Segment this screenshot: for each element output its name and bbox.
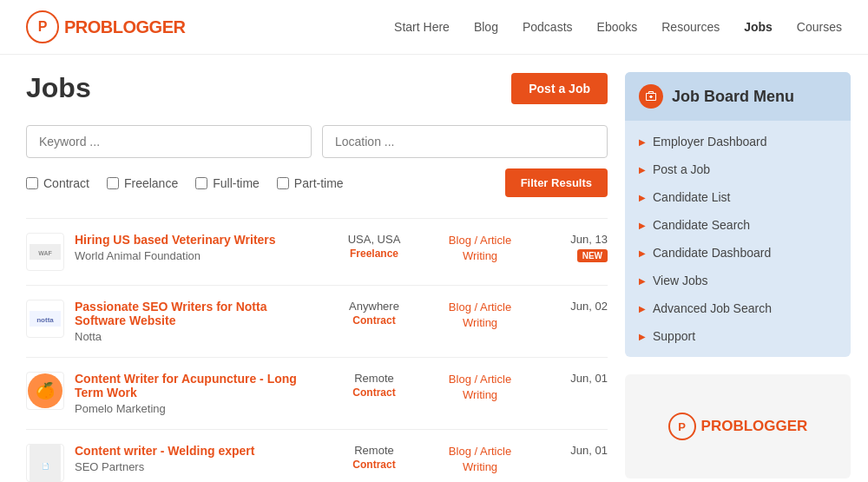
post-job-button[interactable]: Post a Job <box>511 73 608 104</box>
job-category: Blog / Article Writing <box>432 372 528 403</box>
arrow-icon: ▶ <box>639 137 646 147</box>
waf-logo-icon: WAF <box>30 244 61 260</box>
menu-item-label: Candidate List <box>653 190 731 204</box>
keyword-input[interactable] <box>26 125 312 158</box>
nav-start-here[interactable]: Start Here <box>394 20 450 34</box>
job-date: Jun, 01 <box>538 444 608 457</box>
job-type: Contract <box>352 314 395 327</box>
job-date-text: Jun, 01 <box>538 444 608 457</box>
job-title-link[interactable]: Hiring US based Veterinary Writers <box>75 233 316 247</box>
arrow-icon: ▶ <box>639 276 646 286</box>
filter-fulltime-label: Full-time <box>213 176 260 190</box>
page-title: Jobs <box>26 72 91 104</box>
job-company: World Animal Foundation <box>75 249 201 262</box>
job-location-text: Remote <box>326 444 422 457</box>
job-title-link[interactable]: Content writer - Welding expert <box>75 444 316 458</box>
menu-item-post-job[interactable]: ▶ Post a Job <box>625 155 851 183</box>
job-location: Remote Contract <box>326 444 422 471</box>
job-info: Content Writer for Acupuncture - Long Te… <box>75 372 316 415</box>
fulltime-checkbox[interactable] <box>195 177 207 189</box>
nav-jobs[interactable]: Jobs <box>744 20 773 34</box>
company-logo: 🍊 <box>26 372 64 410</box>
filter-row: Contract Freelance Full-time Part-time F… <box>26 168 608 197</box>
table-row: WAF Hiring US based Veterinary Writers W… <box>26 219 608 286</box>
job-board-menu: Job Board Menu ▶ Employer Dashboard ▶ Po… <box>625 72 851 357</box>
job-type: Freelance <box>350 248 398 260</box>
menu-item-support[interactable]: ▶ Support <box>625 322 851 350</box>
main-nav: Start Here Blog Podcasts Ebooks Resource… <box>394 20 842 34</box>
job-category-link[interactable]: Blog / Article Writing <box>432 444 528 475</box>
filter-freelance[interactable]: Freelance <box>107 176 178 190</box>
menu-item-label: Candidate Search <box>653 218 750 232</box>
seo-logo-icon: 📄 <box>30 444 61 482</box>
menu-item-label: Support <box>653 329 695 343</box>
table-row: 🍊 Content Writer for Acupuncture - Long … <box>26 358 608 430</box>
job-date-text: Jun, 02 <box>538 300 608 313</box>
menu-item-label: Employer Dashboard <box>653 135 767 149</box>
nav-ebooks[interactable]: Ebooks <box>597 20 638 34</box>
job-date: Jun, 02 <box>538 300 608 313</box>
filter-fulltime[interactable]: Full-time <box>195 176 260 190</box>
job-title-link[interactable]: Passionate SEO Writers for Notta Softwar… <box>75 300 316 327</box>
job-company: SEO Partners <box>75 460 144 473</box>
job-category-link[interactable]: Blog / Article Writing <box>432 372 528 403</box>
nav-podcasts[interactable]: Podcasts <box>523 20 573 34</box>
promo-text: PROBLOGGER <box>701 418 808 435</box>
job-date-text: Jun, 01 <box>538 372 608 385</box>
job-location-text: USA, USA <box>326 233 422 246</box>
filter-parttime[interactable]: Part-time <box>277 176 344 190</box>
nav-courses[interactable]: Courses <box>797 20 842 34</box>
job-type: Contract <box>352 459 395 471</box>
jobs-list: WAF Hiring US based Veterinary Writers W… <box>26 218 608 482</box>
job-location: Remote Contract <box>326 372 422 399</box>
job-date: Jun, 01 <box>538 372 608 385</box>
job-location-text: Anywhere <box>326 300 422 313</box>
filter-button[interactable]: Filter Results <box>505 168 608 197</box>
company-logo: 📄 <box>26 444 64 482</box>
promo-logo: P PROBLOGGER <box>668 413 808 440</box>
menu-item-view-jobs[interactable]: ▶ View Jobs <box>625 267 851 294</box>
job-company: Notta <box>75 330 102 343</box>
menu-item-advanced-search[interactable]: ▶ Advanced Job Search <box>625 294 851 322</box>
menu-item-candidate-dashboard[interactable]: ▶ Candidate Dashboard <box>625 239 851 267</box>
job-category: Blog / Article Writing <box>432 444 528 475</box>
menu-item-candidate-list[interactable]: ▶ Candidate List <box>625 183 851 211</box>
filter-freelance-label: Freelance <box>124 176 178 190</box>
job-date: Jun, 13 NEW <box>538 233 608 262</box>
parttime-checkbox[interactable] <box>277 177 289 189</box>
arrow-icon: ▶ <box>639 165 646 175</box>
menu-item-candidate-search[interactable]: ▶ Candidate Search <box>625 211 851 239</box>
job-category-link[interactable]: Blog / Article Writing <box>432 300 528 331</box>
logo[interactable]: P PROBLOGGER <box>26 10 185 43</box>
job-title-link[interactable]: Content Writer for Acupuncture - Long Te… <box>75 372 316 399</box>
menu-item-label: View Jobs <box>653 274 708 287</box>
company-logo: WAF <box>26 233 64 271</box>
menu-items-list: ▶ Employer Dashboard ▶ Post a Job ▶ Cand… <box>625 121 851 357</box>
arrow-icon: ▶ <box>639 221 646 230</box>
job-date-text: Jun, 13 <box>538 233 608 246</box>
job-type: Contract <box>352 386 395 399</box>
job-category-link[interactable]: Blog / Article Writing <box>432 233 528 264</box>
svg-text:WAF: WAF <box>38 250 52 256</box>
page-container: Jobs Post a Job Contract Freelance Full-… <box>0 55 868 482</box>
job-info: Passionate SEO Writers for Notta Softwar… <box>75 300 316 343</box>
search-row <box>26 125 608 158</box>
nav-blog[interactable]: Blog <box>474 20 498 34</box>
menu-item-label: Post a Job <box>653 162 710 176</box>
filter-contract[interactable]: Contract <box>26 176 89 190</box>
promo-logo-top: P PROBLOGGER <box>668 413 808 440</box>
contract-checkbox[interactable] <box>26 177 38 189</box>
location-input[interactable] <box>322 125 608 158</box>
table-row: 📄 Content writer - Welding expert SEO Pa… <box>26 430 608 482</box>
main-content: Jobs Post a Job Contract Freelance Full-… <box>26 72 608 482</box>
filter-parttime-label: Part-time <box>294 176 344 190</box>
page-header: Jobs Post a Job <box>26 72 608 104</box>
nav-resources[interactable]: Resources <box>661 20 720 34</box>
arrow-icon: ▶ <box>639 304 646 314</box>
sidebar: Job Board Menu ▶ Employer Dashboard ▶ Po… <box>625 72 851 482</box>
freelance-checkbox[interactable] <box>107 177 119 189</box>
menu-item-employer-dashboard[interactable]: ▶ Employer Dashboard <box>625 128 851 155</box>
site-header: P PROBLOGGER Start Here Blog Podcasts Eb… <box>0 0 868 55</box>
job-location: USA, USA Freelance <box>326 233 422 260</box>
menu-item-label: Candidate Dashboard <box>653 246 771 260</box>
